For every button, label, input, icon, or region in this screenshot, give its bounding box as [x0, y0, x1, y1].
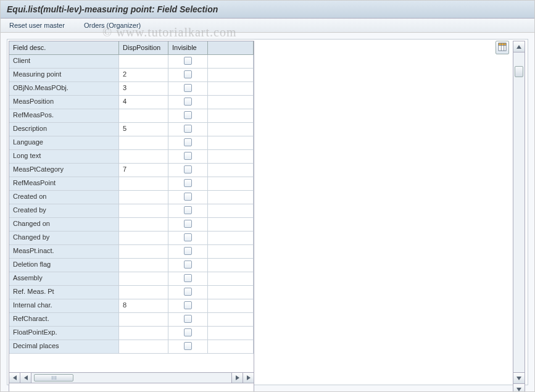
table-row[interactable]: OBjNo.MeasPObj.3	[9, 82, 254, 96]
field-desc-cell[interactable]: MeasPosition	[9, 96, 119, 109]
table-row[interactable]: Description5	[9, 123, 254, 136]
invisible-checkbox[interactable]	[184, 288, 192, 296]
disp-position-cell[interactable]: 7	[119, 164, 168, 177]
disp-position-cell[interactable]	[119, 150, 168, 163]
field-desc-cell[interactable]: Long text	[9, 150, 119, 163]
field-desc-cell[interactable]: RefMeasPoint	[9, 177, 119, 190]
table-row[interactable]: Client	[9, 55, 254, 69]
field-desc-cell[interactable]: Internal char.	[9, 299, 119, 312]
invisible-checkbox[interactable]	[184, 301, 192, 309]
field-desc-cell[interactable]: Created on	[9, 191, 119, 204]
invisible-cell[interactable]	[168, 136, 208, 149]
disp-position-cell[interactable]: 2	[119, 69, 168, 81]
invisible-checkbox[interactable]	[184, 138, 192, 146]
table-row[interactable]: Changed on	[9, 218, 254, 231]
invisible-checkbox[interactable]	[184, 342, 192, 350]
invisible-cell[interactable]	[168, 96, 208, 109]
invisible-cell[interactable]	[168, 286, 208, 299]
scroll-left-button[interactable]	[20, 373, 31, 383]
disp-position-cell[interactable]: 8	[119, 299, 168, 312]
table-row[interactable]: Language	[9, 136, 254, 150]
field-desc-cell[interactable]: Changed by	[9, 231, 119, 244]
vertical-scrollbar[interactable]	[513, 41, 525, 392]
field-desc-cell[interactable]: MeasPtCategory	[9, 164, 119, 177]
scroll-down-button[interactable]	[513, 372, 525, 383]
horizontal-scrollbar[interactable]	[9, 372, 254, 383]
invisible-checkbox[interactable]	[184, 179, 192, 187]
disp-position-cell[interactable]	[119, 218, 168, 231]
invisible-checkbox[interactable]	[184, 193, 192, 201]
table-row[interactable]: Internal char.8	[9, 299, 254, 313]
table-row[interactable]: Deletion flag	[9, 259, 254, 272]
table-row[interactable]: MeasPtCategory7	[9, 164, 254, 177]
table-config-button[interactable]	[496, 41, 509, 54]
disp-position-cell[interactable]	[119, 204, 168, 217]
invisible-checkbox[interactable]	[184, 247, 192, 255]
invisible-checkbox[interactable]	[184, 125, 192, 133]
invisible-checkbox[interactable]	[184, 220, 192, 228]
table-row[interactable]: Long text	[9, 150, 254, 164]
invisible-checkbox[interactable]	[184, 233, 192, 241]
disp-position-cell[interactable]	[119, 177, 168, 190]
table-row[interactable]: Decimal places	[9, 340, 254, 354]
field-desc-cell[interactable]: Description	[9, 123, 119, 136]
vertical-scroll-thumb[interactable]	[515, 66, 523, 77]
field-desc-cell[interactable]: Changed on	[9, 218, 119, 231]
table-row[interactable]: Measuring point2	[9, 69, 254, 82]
disp-position-cell[interactable]	[119, 327, 168, 340]
invisible-cell[interactable]	[168, 218, 208, 231]
field-desc-cell[interactable]: OBjNo.MeasPObj.	[9, 82, 119, 95]
disp-position-cell[interactable]	[119, 272, 168, 285]
invisible-cell[interactable]	[168, 204, 208, 217]
col-disp-position[interactable]: DispPosition	[119, 41, 168, 54]
disp-position-cell[interactable]	[119, 55, 168, 68]
scroll-right-button[interactable]	[231, 373, 243, 383]
invisible-checkbox[interactable]	[184, 274, 192, 282]
table-row[interactable]: Created by	[9, 204, 254, 218]
invisible-checkbox[interactable]	[184, 165, 192, 173]
field-desc-cell[interactable]: MeasPt.inact.	[9, 245, 119, 258]
disp-position-cell[interactable]	[119, 245, 168, 258]
invisible-cell[interactable]	[168, 164, 208, 177]
disp-position-cell[interactable]	[119, 109, 168, 122]
col-field-desc[interactable]: Field desc.	[9, 41, 119, 54]
invisible-cell[interactable]	[168, 109, 208, 122]
invisible-cell[interactable]	[168, 313, 208, 326]
disp-position-cell[interactable]: 3	[119, 82, 168, 95]
field-desc-cell[interactable]: Ref. Meas. Pt	[9, 286, 119, 299]
horizontal-scroll-thumb[interactable]	[34, 374, 73, 382]
table-row[interactable]: FloatPointExp.	[9, 327, 254, 340]
invisible-cell[interactable]	[168, 259, 208, 272]
orders-organizer-button[interactable]: Orders (Organizer)	[84, 22, 141, 29]
invisible-cell[interactable]	[168, 150, 208, 163]
scroll-up-button[interactable]	[513, 41, 525, 52]
invisible-checkbox[interactable]	[184, 152, 192, 160]
field-desc-cell[interactable]: RefMeasPos.	[9, 109, 119, 122]
invisible-cell[interactable]	[168, 231, 208, 244]
disp-position-cell[interactable]	[119, 191, 168, 204]
table-row[interactable]: MeasPosition4	[9, 96, 254, 109]
invisible-cell[interactable]	[168, 191, 208, 204]
disp-position-cell[interactable]: 5	[119, 123, 168, 136]
disp-position-cell[interactable]	[119, 340, 168, 353]
table-row[interactable]: Ref. Meas. Pt	[9, 286, 254, 299]
invisible-checkbox[interactable]	[184, 328, 192, 336]
field-desc-cell[interactable]: Language	[9, 136, 119, 149]
invisible-checkbox[interactable]	[184, 315, 192, 323]
invisible-cell[interactable]	[168, 123, 208, 136]
field-desc-cell[interactable]: Measuring point	[9, 69, 119, 81]
invisible-checkbox[interactable]	[184, 70, 192, 78]
table-row[interactable]: RefMeasPos.	[9, 109, 254, 123]
table-row[interactable]: Created on	[9, 191, 254, 204]
disp-position-cell[interactable]	[119, 286, 168, 299]
field-desc-cell[interactable]: Deletion flag	[9, 259, 119, 272]
disp-position-cell[interactable]	[119, 313, 168, 326]
disp-position-cell[interactable]: 4	[119, 96, 168, 109]
invisible-cell[interactable]	[168, 69, 208, 81]
reset-user-master-button[interactable]: Reset user master	[9, 22, 65, 29]
invisible-cell[interactable]	[168, 272, 208, 285]
scroll-first-button[interactable]	[9, 373, 20, 383]
field-desc-cell[interactable]: FloatPointExp.	[9, 327, 119, 340]
disp-position-cell[interactable]	[119, 136, 168, 149]
invisible-cell[interactable]	[168, 245, 208, 258]
